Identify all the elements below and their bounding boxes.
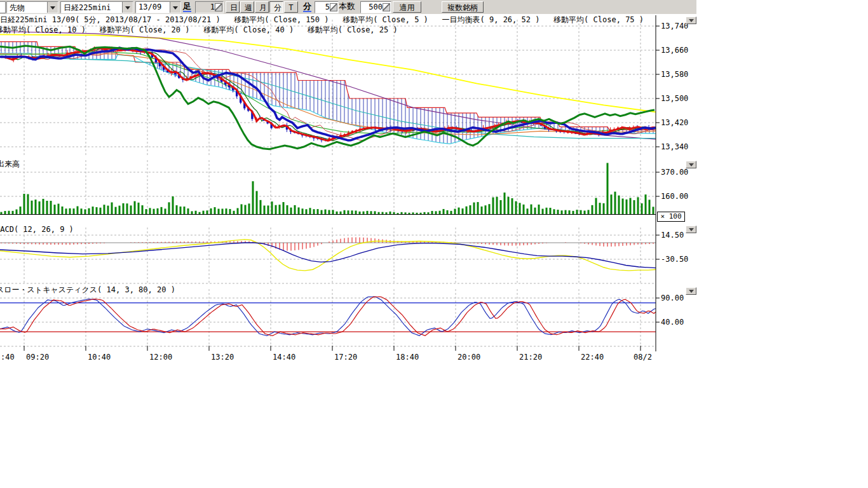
ma20-lightgreen [0, 51, 656, 133]
svg-text:-30.50: -30.50 [661, 255, 688, 264]
svg-text:13:20: 13:20 [211, 353, 234, 362]
svg-text:09:20: 09:20 [26, 353, 49, 362]
macd-pane [0, 237, 656, 270]
ichimoku-cloud [0, 42, 656, 144]
svg-text:13,740: 13,740 [661, 22, 688, 30]
volume-multiplier-badge: × 100 [657, 212, 685, 222]
volume-pane-dropdown-button[interactable] [686, 161, 696, 168]
toolbar: 先物 日経225mini 13/09 足 1 日 週 月 分 T 分 5 本数 … [0, 0, 696, 14]
gridlines [0, 20, 656, 346]
svg-text:160.00: 160.00 [661, 192, 688, 201]
svg-text:21:20: 21:20 [519, 353, 542, 362]
apply-button[interactable]: 適用 [393, 1, 421, 13]
combo-dropdown-button[interactable] [170, 2, 180, 13]
ma20-thick-blue [0, 48, 656, 140]
svg-text:17:20: 17:20 [334, 353, 357, 362]
symbol-combobox[interactable]: 日経225mini [60, 1, 133, 13]
symbol-type-combobox[interactable]: 先物 [6, 1, 58, 13]
svg-text:13,500: 13,500 [661, 94, 688, 103]
svg-text:08/2: 08/2 [634, 353, 652, 362]
ma10-dark-green [0, 48, 656, 140]
chart-canvas: 13,74013,66013,58013,50013,42013,340370.… [0, 0, 868, 488]
contract-month-value: 13/09 [139, 3, 169, 11]
svg-text:13,660: 13,660 [661, 46, 688, 55]
chevron-down-icon [689, 290, 694, 293]
ma150-yellow [0, 34, 656, 112]
symbol-value: 日経225mini [64, 3, 121, 13]
contract-month-combobox[interactable]: 13/09 [135, 1, 181, 13]
period-minute-button[interactable]: 分 [269, 1, 283, 13]
stoch-axis-labels: 90.0040.00 [656, 294, 684, 327]
period-week-button[interactable]: 週 [240, 1, 254, 13]
clipped-combo-edge [0, 1, 6, 13]
main-pane-dropdown-button[interactable] [686, 17, 696, 24]
volume-axis-labels: 370.00160.00 [656, 168, 688, 201]
chart-application-window: 13,74013,66013,58013,50013,42013,340370.… [0, 0, 868, 488]
time-axis-labels: :4009:2010:4012:0013:2014:4017:2018:4020… [1, 346, 652, 362]
minute-interval-spinner[interactable]: 5 [315, 1, 339, 13]
stochastics-pane [0, 297, 656, 336]
multi-symbol-button[interactable]: 複数銘柄 [442, 1, 484, 13]
svg-text::40: :40 [1, 353, 15, 362]
period-day-button[interactable]: 日 [226, 1, 240, 13]
svg-text:14.50: 14.50 [661, 231, 684, 240]
svg-text:370.00: 370.00 [661, 168, 688, 177]
period-tick-button[interactable]: T [284, 1, 298, 13]
bar-count-value: 500 [362, 3, 383, 11]
price-axis-labels: 13,74013,66013,58013,50013,42013,340 [656, 22, 688, 151]
svg-text:22:40: 22:40 [581, 353, 604, 362]
svg-text:13,420: 13,420 [661, 118, 688, 127]
macd-axis-labels: 14.50-30.50 [656, 231, 688, 264]
bar-count-label: 本数 [339, 2, 355, 11]
minute-interval-value: 5 [316, 3, 330, 11]
bar-type-label: 足 [183, 2, 191, 12]
bar-interval-spinner[interactable]: 1 [195, 1, 224, 13]
minute-label: 分 [303, 2, 311, 12]
chevron-down-icon [50, 6, 55, 10]
macd-pane-dropdown-button[interactable] [686, 226, 696, 233]
svg-text:10:40: 10:40 [88, 353, 111, 362]
svg-text:18:40: 18:40 [396, 353, 419, 362]
svg-text:13,580: 13,580 [661, 70, 688, 79]
candlesticks [1, 46, 654, 142]
stoch-pane-dropdown-button[interactable] [686, 287, 696, 295]
ma5-thick-red [0, 48, 656, 140]
macd-line [0, 240, 656, 271]
spinner-handle-icon[interactable] [215, 3, 222, 11]
chevron-down-icon [689, 228, 694, 231]
ma75-thin-red [0, 48, 656, 140]
period-month-button[interactable]: 月 [255, 1, 269, 13]
svg-text:40.00: 40.00 [661, 318, 684, 327]
bar-count-spinner[interactable]: 500 [360, 1, 391, 13]
svg-text:20:00: 20:00 [458, 353, 480, 362]
chevron-down-icon [689, 19, 694, 22]
svg-text:12:00: 12:00 [149, 353, 172, 362]
bar-interval-value: 1 [197, 3, 215, 11]
symbol-type-value: 先物 [10, 3, 46, 13]
spinner-handle-icon[interactable] [330, 3, 337, 11]
svg-text:13,340: 13,340 [661, 142, 688, 151]
combo-dropdown-button[interactable] [47, 2, 58, 13]
chevron-down-icon [125, 6, 130, 10]
chevron-down-icon [173, 6, 178, 10]
volume-bars [0, 163, 656, 214]
spinner-handle-icon[interactable] [383, 3, 390, 11]
combo-dropdown-button[interactable] [122, 2, 133, 13]
chevron-down-icon [689, 163, 694, 166]
axes: 13,74013,66013,58013,50013,42013,340370.… [1, 15, 688, 362]
svg-text:14:40: 14:40 [273, 353, 295, 362]
svg-text:90.00: 90.00 [661, 294, 684, 302]
